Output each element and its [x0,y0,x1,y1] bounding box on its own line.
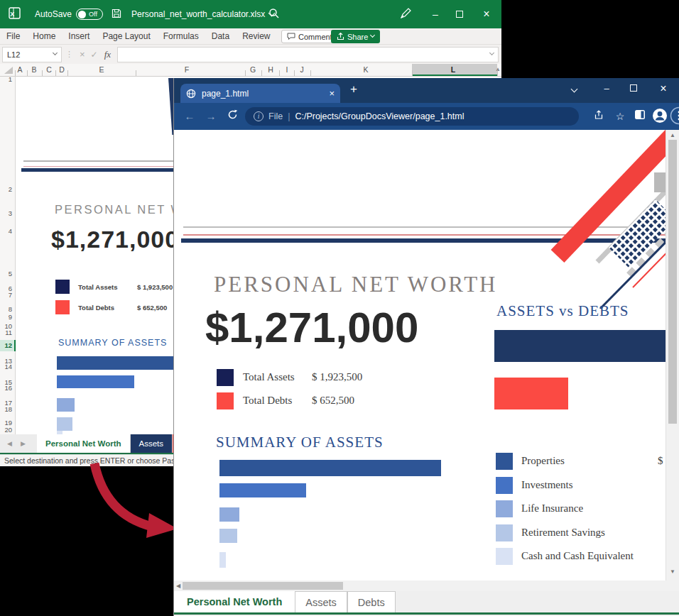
column-header-C[interactable]: C [46,65,52,74]
row-header-14[interactable]: 14 [4,363,12,370]
insert-function-icon[interactable]: fx [101,49,114,60]
scroll-up-icon[interactable]: ▲ [670,132,675,138]
ribbon-tab-data[interactable]: Data [205,28,236,44]
column-header-D[interactable]: D [59,65,65,74]
share-button[interactable]: Share [331,30,380,43]
total-value: $ 652,500 [137,304,167,312]
excel-ribbon: FileHomeInsertPage LayoutFormulasDataRev… [0,28,501,44]
column-divider [310,70,311,76]
sheet-next-icon[interactable]: ◀ [21,440,26,447]
scroll-left-icon[interactable]: ◀ [176,583,180,589]
ribbon-tab-insert[interactable]: Insert [62,28,96,44]
reload-icon[interactable] [224,108,241,125]
share-icon[interactable] [590,108,607,125]
window-menu-chevron[interactable] [562,78,586,101]
sheet-tab-assets[interactable]: Assets [131,434,173,453]
summary-title: SUMMARY OF ASSETS [216,434,384,451]
page-tab-personal-net-worth[interactable]: Personal Net Worth [174,591,295,612]
total-row: Total Assets$ 1,923,500 [217,369,487,386]
profile-avatar-icon[interactable] [651,108,668,125]
close-button[interactable]: × [651,78,675,101]
column-divider [27,70,28,76]
menu-dots-icon[interactable] [670,108,679,125]
maximize-button[interactable] [621,78,646,101]
row-header-20[interactable]: 20 [4,426,12,434]
maximize-button[interactable] [449,0,470,28]
legend-row-retirement-savings: Retirement Savings [496,524,675,541]
ribbon-tab-file[interactable]: File [0,28,26,44]
row-headers: 1234567891011121314151617181920 [0,77,16,434]
column-divider [245,70,246,76]
scrollbar-thumb[interactable] [668,140,677,424]
column-divider [136,70,136,76]
share-label: Share [347,33,368,41]
column-header-F[interactable]: F [185,65,189,74]
column-header-H[interactable]: H [268,65,273,74]
ribbon-tab-home[interactable]: Home [26,28,62,44]
column-header-L[interactable]: L [451,65,455,74]
ink-pen-icon[interactable] [400,8,411,21]
back-icon[interactable]: ← [181,108,198,125]
name-box[interactable]: L12 [2,47,62,62]
side-panel-icon[interactable] [631,108,648,125]
page-tab-debts[interactable]: Debts [347,591,396,612]
scroll-down-icon[interactable]: ▼ [670,568,675,575]
autosave-control[interactable]: AutoSave Off [35,9,103,20]
row-header-8[interactable]: 8 [9,305,12,313]
sheet-tab-personal-net-worth[interactable]: Personal Net Worth [37,434,131,453]
column-header-J[interactable]: J [300,65,303,74]
column-header-K[interactable]: K [363,65,368,74]
row-header-7[interactable]: 7 [9,291,12,299]
row-header-12[interactable]: 12 [4,341,12,349]
scrollbar-thumb[interactable] [183,582,343,590]
row-header-16[interactable]: 16 [4,384,12,392]
legend-swatch [496,500,513,517]
close-button[interactable]: × [476,0,497,28]
browser-tab[interactable]: page_1.html × [180,84,340,103]
ribbon-tab-formulas[interactable]: Formulas [157,28,205,44]
url-scheme: File [268,111,283,121]
horizontal-scrollbar[interactable]: ◀ [174,581,679,591]
total-row: Total Debts$ 652,500 [217,392,487,409]
autosave-toggle[interactable]: Off [76,9,103,20]
row-header-2[interactable]: 2 [9,185,12,193]
document-title[interactable]: Personal_net_worth_calculator.xlsx [131,9,274,19]
row-header-18[interactable]: 18 [4,405,12,413]
ribbon-tab-review[interactable]: Review [236,28,276,44]
column-header-A[interactable]: A [17,65,22,74]
select-all-icon[interactable] [4,67,13,74]
legend-label: Investments [521,479,573,491]
row-header-11[interactable]: 11 [5,329,12,336]
chevron-down-icon [489,50,494,55]
vertical-scrollbar[interactable]: ▲ ▼ [666,130,679,581]
address-bar[interactable]: i File | C:/Projects/GroupDocsViewer/pag… [245,107,579,126]
bookmark-star-icon[interactable]: ☆ [612,108,629,125]
confirm-entry-icon[interactable]: ✓ [88,50,101,60]
column-header-I[interactable]: I [286,65,288,74]
minimize-button[interactable]: – [594,78,619,101]
row-header-9[interactable]: 9 [9,313,12,321]
info-icon[interactable]: i [254,111,264,121]
tab-close-icon[interactable]: × [329,88,335,99]
new-tab-button[interactable]: + [345,82,362,99]
save-icon[interactable] [112,9,121,21]
comment-icon [287,33,295,40]
minimize-button[interactable]: – [425,0,446,28]
cancel-entry-icon[interactable]: × [77,49,88,60]
column-divider [261,70,262,76]
formula-input[interactable] [117,47,499,62]
column-header-G[interactable]: G [250,65,256,74]
column-header-B[interactable]: B [31,65,36,74]
column-header-E[interactable]: E [99,65,104,74]
row-header-4[interactable]: 4 [9,227,12,235]
row-header-1[interactable]: 1 [9,75,12,83]
page-tab-assets[interactable]: Assets [295,591,347,612]
row-header-5[interactable]: 5 [9,270,12,277]
ribbon-tab-page-layout[interactable]: Page Layout [96,28,156,44]
asset-bar-life-insurance [57,398,75,412]
sheet-prev-icon[interactable]: ◀ [7,440,12,447]
excel-app-icon: X [9,7,21,21]
forward-icon[interactable]: → [202,108,219,125]
row-header-3[interactable]: 3 [9,209,12,217]
search-icon[interactable] [268,8,280,21]
